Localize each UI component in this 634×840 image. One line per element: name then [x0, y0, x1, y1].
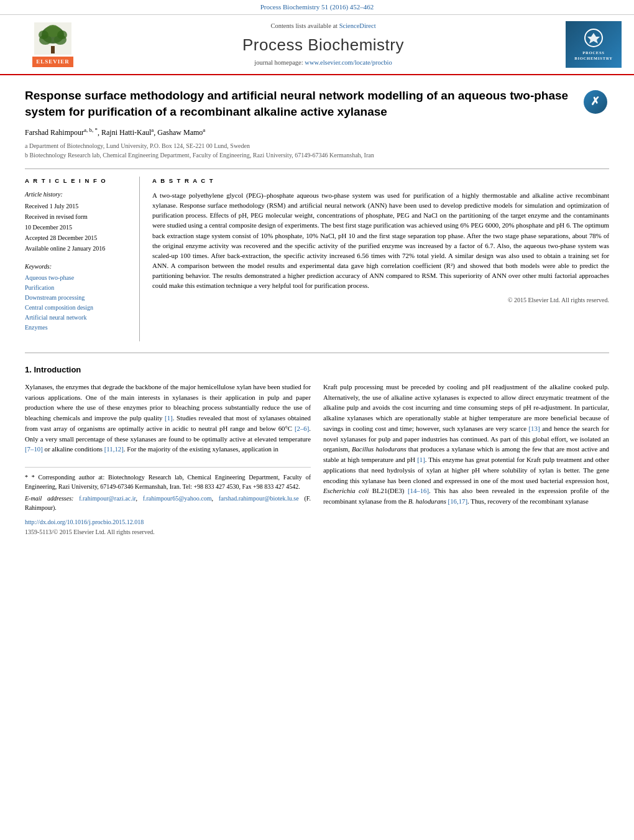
- accepted-date: Accepted 28 December 2015: [25, 233, 130, 243]
- author1-sup: a, b, *: [84, 127, 98, 133]
- ref-16-17[interactable]: [16,17]: [448, 497, 467, 505]
- citation-text: Process Biochemistry 51 (2016) 452–462: [260, 3, 374, 11]
- abstract-text: A two-stage polyethylene glycol (PEG)–ph…: [152, 190, 609, 291]
- elsevier-badge: ELSEVIER: [32, 57, 73, 67]
- journal-logo-box: PROCESS BIOCHEMISTRY: [566, 21, 622, 68]
- svg-point-7: [57, 30, 67, 39]
- body-columns: Xylanases, the enzymes that degrade the …: [25, 382, 609, 537]
- received-date: Received 1 July 2015: [25, 201, 130, 211]
- elsevier-tree-icon: [34, 22, 71, 55]
- history-label: Article history:: [25, 190, 130, 199]
- date-group: Received 1 July 2015 Received in revised…: [25, 201, 130, 254]
- elsevier-logo-area: ELSEVIER: [12, 22, 93, 67]
- homepage-link[interactable]: www.elsevier.com/locate/procbio: [305, 59, 392, 66]
- crossmark-logo: ✗: [581, 88, 609, 116]
- sciencedirect-link[interactable]: ScienceDirect: [339, 22, 376, 29]
- organism-name: Bacillus halodurans: [352, 445, 407, 453]
- article-info-panel: A R T I C L E I N F O Article history: R…: [25, 177, 140, 341]
- abstract-panel: A B S T R A C T A two-stage polyethylene…: [152, 177, 609, 341]
- author1-name: Farshad Rahimpour: [25, 128, 84, 137]
- info-abstract-section: A R T I C L E I N F O Article history: R…: [25, 168, 609, 341]
- section-divider: [25, 353, 609, 353]
- received-revised-date: 10 December 2015: [25, 222, 130, 233]
- corresponding-author-text: * Corresponding author at: Biotechnology…: [25, 474, 311, 490]
- author2-name: Rajni Hatti-Kaul: [101, 128, 151, 137]
- ref-13[interactable]: [13]: [529, 425, 540, 432]
- article-title-section: Response surface methodology and artific…: [25, 88, 609, 119]
- intro-section-title: Introduction: [34, 365, 81, 374]
- homepage-line: journal homepage: www.elsevier.com/locat…: [93, 58, 553, 68]
- body-left-column: Xylanases, the enzymes that degrade the …: [25, 382, 311, 537]
- email-label: E-mail addresses:: [25, 495, 73, 502]
- journal-title-display: Process Biochemistry: [93, 34, 553, 56]
- crossmark-icon: ✗: [584, 90, 607, 114]
- doi-link[interactable]: http://dx.doi.org/10.1016/j.procbio.2015…: [25, 519, 144, 525]
- ref-1[interactable]: [1]: [165, 414, 173, 422]
- keywords-block: Keywords: Aqueous two-phase Purification…: [25, 262, 130, 333]
- authors-line: Farshad Rahimpoura, b, *, Rajni Hatti-Ka…: [25, 126, 609, 138]
- ref-1b[interactable]: [1]: [417, 456, 425, 463]
- article-main: Response surface methodology and artific…: [0, 75, 634, 549]
- ecoli-name: Escherichia coli: [323, 487, 369, 494]
- email-2[interactable]: f.rahimpour65@yahoo.com: [143, 495, 212, 502]
- ref-11-12[interactable]: [11,12]: [104, 445, 124, 453]
- article-history-block: Article history: Received 1 July 2015 Re…: [25, 190, 130, 254]
- ref-2-6[interactable]: [2–6]: [295, 425, 309, 432]
- svg-rect-1: [51, 46, 55, 53]
- author2-sup: a: [151, 127, 154, 133]
- email-3[interactable]: farshad.rahimpour@biotek.lu.se: [219, 495, 299, 502]
- footnotes-section: * * Corresponding author at: Biotechnolo…: [25, 467, 311, 537]
- body-left-para-1: Xylanases, the enzymes that degrade the …: [25, 382, 311, 455]
- body-right-column: Kraft pulp processing must be preceded b…: [323, 382, 609, 537]
- intro-heading: 1. Introduction: [25, 364, 609, 376]
- author3-name: Gashaw Mamo: [157, 128, 203, 137]
- corresponding-author-note: * * Corresponding author at: Biotechnolo…: [25, 473, 311, 491]
- ref-7-10[interactable]: [7–10]: [25, 445, 43, 453]
- keywords-list: Aqueous two-phase Purification Downstrea…: [25, 273, 130, 333]
- affiliations: a Department of Biotechnology, Lund Univ…: [25, 141, 609, 160]
- affiliation-b: b Biotechnology Research lab, Chemical E…: [25, 150, 609, 160]
- b-halodurans-italic: B. halodurans: [408, 497, 446, 505]
- available-date: Available online 2 January 2016: [25, 243, 130, 254]
- article-info-title: A R T I C L E I N F O: [25, 177, 130, 185]
- keyword-4: Central composition design: [25, 303, 130, 313]
- received-revised-label: Received in revised form: [25, 211, 130, 222]
- keyword-5: Artificial neural network: [25, 313, 130, 323]
- contents-line: Contents lists available at ScienceDirec…: [93, 22, 553, 31]
- journal-center-info: Contents lists available at ScienceDirec…: [93, 22, 553, 68]
- keyword-6: Enzymes: [25, 323, 130, 333]
- issn-line: 1359-5113/© 2015 Elsevier Ltd. All right…: [25, 527, 311, 537]
- keyword-3: Downstream processing: [25, 293, 130, 303]
- journal-logo: PROCESS BIOCHEMISTRY: [553, 21, 622, 68]
- email-line: E-mail addresses: f.rahimpour@razi.ac.ir…: [25, 494, 311, 512]
- keywords-label: Keywords:: [25, 262, 130, 271]
- keyword-1: Aqueous two-phase: [25, 273, 130, 283]
- journal-header: ELSEVIER Contents lists available at Sci…: [0, 15, 634, 75]
- email-1[interactable]: f.rahimpour@razi.ac.ir: [79, 495, 136, 502]
- abstract-title: A B S T R A C T: [152, 177, 609, 185]
- intro-section-number: 1.: [25, 365, 32, 374]
- article-title: Response surface methodology and artific…: [25, 88, 575, 119]
- affiliation-a: a Department of Biotechnology, Lund Univ…: [25, 141, 609, 150]
- svg-point-6: [39, 30, 48, 39]
- ref-14-16[interactable]: [14–16]: [408, 487, 429, 494]
- author3-sup: a: [203, 127, 205, 133]
- body-right-para-1: Kraft pulp processing must be preceded b…: [323, 382, 609, 507]
- copyright-line: © 2015 Elsevier Ltd. All rights reserved…: [152, 296, 609, 305]
- citation-bar: Process Biochemistry 51 (2016) 452–462: [0, 0, 634, 15]
- doi-line: http://dx.doi.org/10.1016/j.procbio.2015…: [25, 517, 311, 527]
- footnote-star: *: [25, 474, 32, 481]
- keyword-2: Purification: [25, 283, 130, 293]
- logo-circle-icon: [584, 29, 603, 47]
